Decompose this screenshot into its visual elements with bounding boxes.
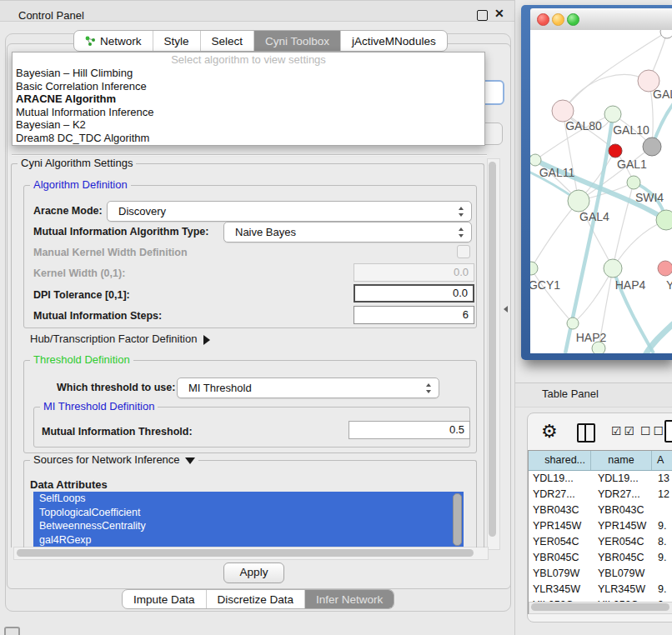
table-cell: YDR27... <box>591 487 652 502</box>
aracne-mode-label: Aracne Mode: <box>33 205 103 217</box>
column-header-shared-[interactable]: shared... <box>529 451 591 470</box>
zoom-traffic-light-icon[interactable] <box>567 13 579 26</box>
node-label-gal: GAL <box>653 88 672 101</box>
network-node[interactable] <box>530 262 538 275</box>
mi-type-combo[interactable]: Naive Bayes <box>223 222 472 242</box>
network-node[interactable] <box>567 318 579 329</box>
attribute-item-topologicalcoefficient[interactable]: TopologicalCoefficient <box>33 506 464 520</box>
table-cell: YBR045C <box>529 550 591 566</box>
table-cell: YBR043C <box>529 502 591 518</box>
close-traffic-light-icon[interactable] <box>537 13 549 26</box>
tab-label: Infer Network <box>316 593 383 606</box>
control-panel-tabs: NetworkStyleSelectCyni ToolboxjActiveMNo… <box>73 30 448 52</box>
manual-kernel-checkbox[interactable] <box>457 245 470 258</box>
network-edge <box>613 220 666 268</box>
network-canvas[interactable]: GALGAL80GAL10GAL1GAL11SWI4GAL4GCY1HAP4YH… <box>530 30 672 353</box>
node-label-gal1: GAL1 <box>617 158 647 171</box>
kernel-width-field[interactable]: 0.0 <box>354 263 474 282</box>
table-cell: YER054C <box>591 534 652 550</box>
tab-discretize-data[interactable]: Discretize Data <box>207 590 306 608</box>
which-threshold-value: MI Threshold <box>188 382 252 394</box>
unchecked-columns-icon[interactable]: ☐☐ <box>640 424 666 438</box>
dropdown-item-aracne-algorithm[interactable]: ARACNE Algorithm <box>13 92 484 106</box>
network-node[interactable] <box>568 190 589 212</box>
network-node[interactable] <box>530 154 541 166</box>
mi-steps-field[interactable]: 6 <box>354 306 474 324</box>
network-icon <box>85 36 96 47</box>
table-row[interactable]: YBR045CYBR045C9. <box>529 550 672 566</box>
dropdown-item-mutual-information-inference[interactable]: Mutual Information Inference <box>13 106 484 119</box>
table-row[interactable]: YBL079WYBL079W <box>529 566 672 582</box>
dropdown-item-dream8-dc-tdc-algorithm[interactable]: Dream8 DC_TDC Algorithm <box>13 132 484 145</box>
network-node[interactable] <box>604 259 622 278</box>
mi-threshold-definition-title: MI Threshold Definition <box>40 400 158 412</box>
cyni-bottom-tabs: Impute DataDiscretize DataInfer Network <box>122 589 394 609</box>
tab-style[interactable]: Style <box>153 31 201 51</box>
mi-type-label: Mutual Information Algorithm Type: <box>33 226 208 238</box>
column-header-name[interactable]: name <box>591 451 652 470</box>
tab-jactivemnodules[interactable]: jActiveMNodules <box>341 31 447 51</box>
network-node[interactable] <box>656 210 672 230</box>
attribute-list-scrollbar-thumb[interactable] <box>453 493 462 546</box>
network-node[interactable] <box>604 106 621 122</box>
table-row[interactable]: YLR345WYLR345W9. <box>529 582 672 598</box>
table-row[interactable]: YER054CYER054C8. <box>529 534 672 550</box>
sources-title[interactable]: Sources for Network Inference <box>30 453 198 466</box>
tab-impute-data[interactable]: Impute Data <box>123 590 207 608</box>
network-node[interactable] <box>627 176 640 189</box>
network-node[interactable] <box>609 144 622 158</box>
spinner-arrows-icon <box>459 207 464 217</box>
network-window-titlebar[interactable] <box>530 8 672 31</box>
settings-horizontal-scrollbar-thumb[interactable] <box>17 549 474 557</box>
settings-vertical-scrollbar-thumb[interactable] <box>489 162 496 537</box>
aracne-mode-value: Discovery <box>118 205 166 218</box>
attribute-item-selfloops[interactable]: SelfLoops <box>33 492 464 506</box>
attribute-item-gal4rgexp[interactable]: gal4RGexp <box>33 533 464 548</box>
aracne-mode-combo[interactable]: Discovery <box>107 201 472 222</box>
dropdown-item-bayesian-hill-climbing[interactable]: Bayesian – Hill Climbing <box>13 67 484 80</box>
float-window-icon[interactable] <box>477 10 488 21</box>
network-node[interactable] <box>660 30 672 38</box>
splitter-collapse-icon[interactable] <box>504 306 508 312</box>
tab-label: Impute Data <box>133 593 195 606</box>
mi-type-value: Naive Bayes <box>235 226 296 238</box>
kernel-width-label: Kernel Width (0,1): <box>33 268 125 279</box>
apply-button[interactable]: Apply <box>223 562 284 583</box>
close-icon[interactable]: ✕ <box>494 7 504 20</box>
mi-threshold-field[interactable]: 0.5 <box>349 421 470 439</box>
tab-cyni-toolbox[interactable]: Cyni Toolbox <box>254 31 341 51</box>
table-horizontal-scrollbar-thumb[interactable] <box>531 603 669 611</box>
minimized-panel-icon[interactable] <box>4 627 20 635</box>
table-row[interactable]: YBR043CYBR043C <box>529 502 672 518</box>
dpi-tolerance-field[interactable]: 0.0 <box>354 284 474 302</box>
tab-select[interactable]: Select <box>201 31 255 51</box>
table-row[interactable]: YPR145WYPR145W9. <box>529 518 672 534</box>
tab-infer-network[interactable]: Infer Network <box>305 590 394 608</box>
attribute-item-betweennesscentrality[interactable]: BetweennessCentrality <box>33 519 464 533</box>
which-threshold-combo[interactable]: MI Threshold <box>177 378 439 398</box>
data-attributes-list: SelfLoopsTopologicalCoefficientBetweenne… <box>33 492 464 547</box>
tab-label: Style <box>164 35 189 48</box>
hub-definition-toggle[interactable]: Hub/Transcription Factor Definition <box>30 332 210 345</box>
column-header-a[interactable]: A <box>652 451 672 470</box>
tab-network[interactable]: Network <box>74 31 153 51</box>
minimize-traffic-light-icon[interactable] <box>552 13 564 26</box>
collapsed-arrow-icon <box>203 335 210 345</box>
node-label-gal10: GAL10 <box>613 123 649 137</box>
table-cell <box>652 566 672 582</box>
table-cell: YBR045C <box>591 550 652 566</box>
table-row[interactable]: YDL19...YDL19...13 <box>529 471 672 487</box>
network-node[interactable] <box>643 138 661 156</box>
dropdown-item-basic-correlation-inference[interactable]: Basic Correlation Inference <box>13 80 484 93</box>
checked-columns-icon[interactable]: ☑☑ <box>611 424 637 438</box>
table-cell: 9. <box>652 582 672 598</box>
table-cell: YBL079W <box>529 566 591 582</box>
split-view-icon[interactable] <box>577 423 595 442</box>
table-row[interactable]: YDR27...YDR27...12 <box>529 487 672 502</box>
dropdown-item-bayesian-k2[interactable]: Bayesian – K2 <box>13 118 484 132</box>
export-table-icon[interactable] <box>664 420 672 442</box>
gear-icon[interactable]: ⚙ <box>541 421 558 442</box>
network-node[interactable] <box>658 261 672 276</box>
node-label-y: Y <box>666 278 672 292</box>
table-cell: YBR043C <box>591 502 652 518</box>
